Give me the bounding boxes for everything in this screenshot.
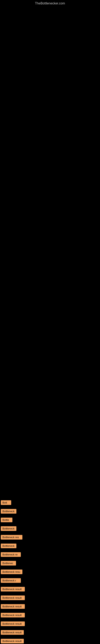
bottleneck-result-label[interactable]: Bottleneck result	[1, 587, 25, 592]
bottleneck-result-row: Bottleneck re	[0, 551, 100, 559]
bottleneck-result-row: Bottle	[0, 516, 100, 524]
bottleneck-results-container: BottBottleneckBottleBottleneckBottleneck…	[0, 497, 100, 644]
bottleneck-result-label[interactable]: Bottleneck	[1, 509, 16, 514]
bottleneck-result-label[interactable]: Bottle	[1, 518, 12, 522]
bottleneck-result-row: Bottleneck result	[0, 603, 100, 611]
bottleneck-result-row: Bottleneck result	[0, 594, 100, 602]
bottleneck-result-row: Bottleneck result	[0, 612, 100, 620]
bottleneck-result-label[interactable]: Bottleneck result	[1, 630, 24, 635]
bottleneck-result-row: Bottleneck r	[0, 577, 100, 585]
bottleneck-result-label[interactable]: Bott	[1, 500, 11, 505]
bottleneck-result-label[interactable]: Bottleneck result	[1, 604, 25, 609]
bottleneck-result-row: Bottleneck result	[0, 638, 100, 644]
bottleneck-result-label[interactable]: Bottleneck result	[1, 639, 24, 644]
bottleneck-result-label[interactable]: Bottleneck result	[1, 596, 25, 600]
bottleneck-result-row: Bottleneck	[0, 508, 100, 516]
bottleneck-result-row: Bottleneck	[0, 525, 100, 533]
bottleneck-result-row: Bottleneck	[0, 542, 100, 550]
chart-area	[0, 6, 100, 497]
bottleneck-result-row: Bottlenec	[0, 560, 100, 568]
bottleneck-result-row: Bottleneck result	[0, 620, 100, 628]
bottleneck-result-row: Bottleneck result	[0, 629, 100, 637]
bottleneck-result-label[interactable]: Bottleneck res	[1, 535, 22, 540]
bottleneck-result-label[interactable]: Bottleneck r	[1, 578, 21, 583]
bottleneck-result-row: Bott	[0, 499, 100, 507]
bottleneck-result-label[interactable]: Bottleneck	[1, 544, 16, 548]
bottleneck-result-label[interactable]: Bottleneck result	[1, 613, 25, 618]
bottleneck-result-row: Bottleneck resu	[0, 568, 100, 576]
bottleneck-result-label[interactable]: Bottleneck resu	[1, 570, 22, 574]
bottleneck-result-label[interactable]: Bottleneck	[1, 526, 16, 531]
bottleneck-result-label[interactable]: Bottleneck re	[1, 552, 21, 557]
site-title: TheBottlenecker.com	[0, 0, 100, 6]
bottleneck-result-row: Bottleneck res	[0, 534, 100, 542]
bottleneck-result-label[interactable]: Bottlenec	[1, 561, 16, 566]
bottleneck-result-label[interactable]: Bottleneck result	[1, 622, 25, 626]
bottleneck-result-row: Bottleneck result	[0, 586, 100, 594]
